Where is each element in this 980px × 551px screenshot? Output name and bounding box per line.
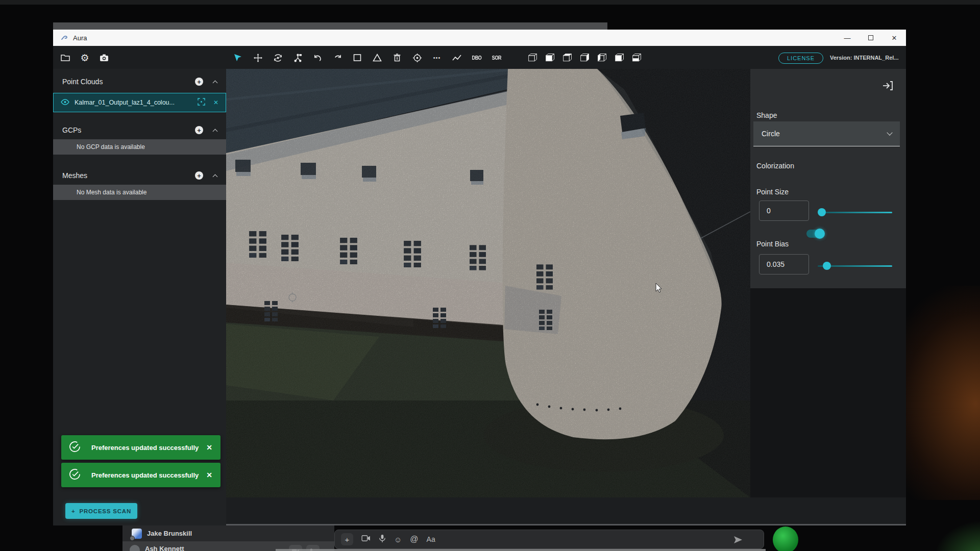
collapse-meshes-icon[interactable]	[213, 174, 218, 179]
toast-close-icon[interactable]: ✕	[206, 443, 212, 452]
section-meshes: Meshes +	[53, 168, 226, 183]
chat-composer[interactable]: + ☺ @ Aa	[334, 530, 764, 549]
collapse-panel-icon[interactable]	[882, 80, 893, 91]
view-cube-iso-icon[interactable]	[528, 53, 538, 63]
video-clip-icon[interactable]	[361, 535, 371, 544]
focus-crosshair-icon[interactable]	[198, 98, 205, 108]
screen-top-edge	[0, 0, 980, 5]
point-size-input[interactable]: 0	[759, 201, 809, 221]
point-cloud-item-label: Kalmar_01_Output_laz1_4_colou...	[75, 99, 175, 106]
undo-icon[interactable]	[312, 53, 323, 63]
target-point-tool-icon[interactable]	[412, 53, 422, 63]
window-titlebar: Aura — ✕	[53, 30, 906, 46]
colorization-label: Colorization	[756, 162, 794, 170]
point-size-label: Point Size	[756, 188, 789, 196]
add-gcp-button[interactable]: +	[195, 126, 203, 134]
point-size-slider-track	[818, 212, 892, 213]
send-message-icon[interactable]	[733, 535, 743, 547]
point-bias-input[interactable]: 0.035	[759, 254, 809, 274]
redo-icon[interactable]	[332, 53, 342, 63]
toolbar-tools-group: ••• DBO SOR	[233, 50, 502, 65]
screenshot-camera-icon[interactable]	[99, 53, 109, 63]
mention-icon[interactable]: @	[410, 535, 418, 544]
background-app-blob	[773, 527, 798, 551]
right-panel-lower-area	[750, 288, 906, 497]
view-cube-bottom-icon[interactable]	[632, 53, 642, 63]
point-size-slider[interactable]	[818, 208, 892, 217]
mic-icon[interactable]	[379, 534, 386, 545]
delete-trash-icon[interactable]	[392, 53, 402, 63]
point-cloud-render	[226, 69, 750, 497]
more-tools-icon[interactable]: •••	[432, 53, 442, 63]
add-point-cloud-button[interactable]: +	[195, 78, 203, 86]
point-bias-label: Point Bias	[756, 240, 789, 248]
process-scan-button[interactable]: + PROCESS SCAN	[65, 503, 137, 519]
triangle-select-tool-icon[interactable]	[372, 53, 382, 63]
shape-label: Shape	[756, 111, 777, 119]
status-badge	[130, 536, 135, 541]
view-cube-left-icon[interactable]	[597, 53, 607, 63]
toggle-knob	[815, 229, 825, 239]
emoji-icon[interactable]: ☺	[394, 535, 402, 544]
collapse-point-clouds-icon[interactable]	[213, 80, 218, 85]
avatar	[132, 529, 142, 539]
view-cube-top-icon[interactable]	[562, 53, 573, 63]
view-cube-back-icon[interactable]	[615, 53, 625, 63]
check-circle-icon	[69, 441, 80, 454]
select-cursor-tool-icon[interactable]	[233, 53, 243, 63]
toolbar-viewcube-group	[528, 50, 642, 65]
section-gcps: GCPs +	[53, 122, 226, 138]
section-gcps-label: GCPs	[62, 126, 81, 134]
chat-participant-list: Jake Brunskill Ash Kennett	[122, 525, 334, 551]
remove-point-cloud-icon[interactable]: ✕	[213, 99, 218, 106]
sor-filter-tool[interactable]: SOR	[493, 53, 501, 63]
view-cube-front-icon[interactable]	[545, 53, 555, 63]
point-size-slider-thumb[interactable]	[818, 208, 826, 216]
settings-gear-icon[interactable]: ⚙	[80, 53, 90, 63]
colorization-toggle[interactable]	[806, 230, 824, 238]
format-icon[interactable]: Aa	[427, 535, 435, 543]
point-bias-slider[interactable]	[818, 261, 892, 270]
version-label: Version: INTERNAL_Rel...	[830, 55, 898, 61]
viewport-3d[interactable]	[226, 69, 750, 497]
maximize-button[interactable]	[859, 30, 883, 46]
background-window-edge	[53, 22, 607, 30]
chat-participant-row[interactable]: Jake Brunskill	[122, 525, 334, 542]
minimize-button[interactable]: —	[836, 30, 859, 46]
toast-close-icon[interactable]: ✕	[206, 471, 212, 479]
check-circle-icon	[69, 469, 80, 482]
pan-move-tool-icon[interactable]	[253, 53, 263, 63]
toast-notification: Preferences updated successfully ✕	[61, 435, 220, 460]
pivot-lock-tool-icon[interactable]	[292, 53, 303, 63]
close-button[interactable]: ✕	[883, 30, 906, 46]
chevron-down-icon	[887, 130, 892, 135]
point-bias-slider-thumb[interactable]	[823, 262, 831, 270]
license-badge[interactable]: LICENSE	[778, 53, 823, 64]
toast-message: Preferences updated successfully	[91, 444, 199, 452]
process-scan-label: PROCESS SCAN	[79, 508, 131, 514]
toast-message: Preferences updated successfully	[91, 471, 199, 479]
view-cube-right-icon[interactable]	[580, 53, 590, 63]
point-cloud-item[interactable]: Kalmar_01_Output_laz1_4_colou... ✕	[53, 93, 226, 112]
toolbar-file-group: ⚙	[60, 50, 109, 65]
collapse-gcps-icon[interactable]	[213, 129, 218, 134]
dbo-filter-tool[interactable]: DBO	[473, 53, 481, 63]
attach-plus-button[interactable]: +	[341, 533, 353, 545]
open-folder-icon[interactable]	[60, 53, 70, 63]
gcp-empty-message: No GCP data is available	[53, 139, 226, 155]
mesh-empty-message: No Mesh data is available	[53, 185, 226, 200]
maximize-icon	[868, 35, 873, 40]
add-mesh-button[interactable]: +	[195, 171, 203, 180]
shape-dropdown[interactable]: Circle	[753, 121, 900, 146]
polyline-measure-tool-icon[interactable]	[452, 53, 462, 63]
toast-notification: Preferences updated successfully ✕	[61, 463, 220, 487]
visibility-eye-icon[interactable]	[61, 98, 69, 107]
shape-dropdown-value: Circle	[762, 130, 780, 138]
participant-name: Ash Kennett	[145, 545, 184, 551]
section-point-clouds: Point Clouds +	[53, 74, 226, 89]
box-select-tool-icon[interactable]	[352, 53, 362, 63]
desktop: Aura — ✕ ⚙	[0, 0, 980, 551]
plus-icon: +	[71, 508, 76, 514]
background-green-glow	[934, 520, 980, 551]
orbit-rotate-tool-icon[interactable]	[273, 53, 283, 63]
